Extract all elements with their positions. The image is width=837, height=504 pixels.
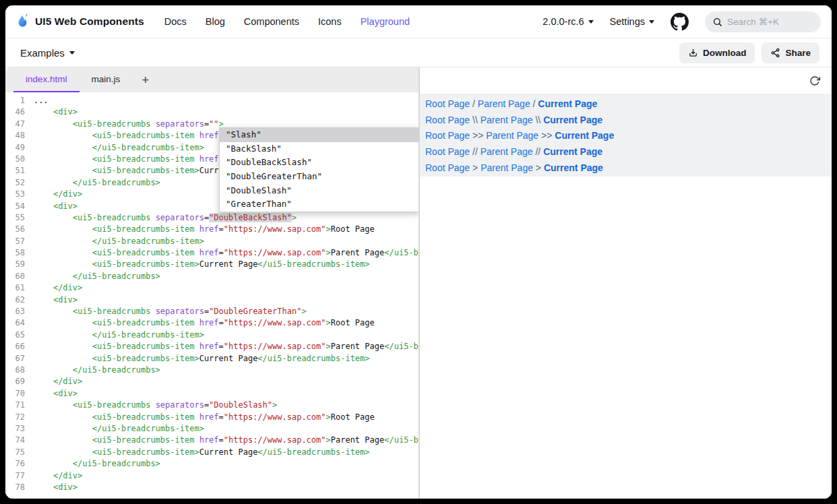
code-line[interactable]: 55 <ui5-breadcrumbs separators="DoubleBa… [5,212,418,224]
code-text: <ui5-breadcrumbs-item href="https://www.… [34,224,375,235]
examples-menu[interactable]: Examples [20,47,75,59]
breadcrumb-link[interactable]: Parent Page [486,130,538,141]
code-text: <ui5-breadcrumbs-item>Current Page</ui5-… [34,353,370,365]
breadcrumb-separator: / [530,98,538,109]
autocomplete-option[interactable]: "Slash" [220,128,418,142]
breadcrumb-link[interactable]: Parent Page [478,98,530,109]
code-text: </ui5-breadcrumbs-item> [34,423,204,435]
code-line[interactable]: 70 <div> [5,388,418,400]
breadcrumb-link[interactable]: Root Page [425,162,470,173]
code-line[interactable]: 58 <ui5-breadcrumbs-item href="https://w… [5,247,418,259]
autocomplete-option[interactable]: "DoubleBackSlash" [220,156,418,170]
nav-link-icons[interactable]: Icons [318,16,342,27]
line-number: 52 [5,177,34,189]
code-line[interactable]: 74 <ui5-breadcrumbs-item href="https://w… [5,435,418,446]
autocomplete-option[interactable]: "BackSlash" [220,142,418,156]
search-icon [712,17,722,27]
line-number: 49 [5,142,34,154]
code-line[interactable]: 75 <ui5-breadcrumbs-item>Current Page</u… [5,447,418,458]
breadcrumb-separator: > [533,162,544,173]
code-line[interactable]: 78 <div> [5,482,418,493]
editor-pane: index.html main.js + "Slash""BackSlash""… [5,67,418,499]
nav-link-playground[interactable]: Playground [361,16,410,27]
github-link[interactable] [671,13,689,31]
code-text: </ui5-breadcrumbs> [34,458,160,470]
breadcrumb-link[interactable]: Parent Page [480,115,533,125]
code-line[interactable]: 72 <ui5-breadcrumbs-item href="https://w… [5,412,418,423]
add-tab-button[interactable]: + [132,67,158,92]
share-button[interactable]: Share [762,42,819,63]
search-box[interactable] [705,11,821,32]
nav-link-blog[interactable]: Blog [206,16,225,27]
code-text: </div> [34,282,82,294]
autocomplete-option[interactable]: "DoubleGreaterThan" [220,170,418,184]
breadcrumb-link[interactable]: Root Page [425,130,470,141]
nav-link-components[interactable]: Components [244,16,299,27]
nav-link-docs[interactable]: Docs [164,16,187,27]
breadcrumb-link[interactable]: Root Page [425,146,470,157]
tab-main-js[interactable]: main.js [80,67,133,92]
code-text: <ui5-breadcrumbs separators="DoubleGreat… [34,306,307,317]
autocomplete-option[interactable]: "DoubleSlash" [220,184,418,198]
breadcrumb-separator: >> [470,130,486,141]
line-number: 72 [5,412,34,423]
preview-topbar [420,67,832,94]
share-label: Share [785,48,811,58]
code-line[interactable]: 61 </div> [5,282,418,294]
line-number: 1 [5,95,34,106]
breadcrumb-link[interactable]: Root Page [425,98,470,109]
breadcrumb-separator: // [470,146,480,157]
github-icon [671,13,689,31]
code-line[interactable]: 68 </ui5-breadcrumbs> [5,365,418,376]
search-input[interactable] [727,17,808,27]
code-line[interactable]: 73 </ui5-breadcrumbs-item> [5,423,418,435]
line-number: 76 [5,458,34,470]
code-line[interactable]: 63 <ui5-breadcrumbs separators="DoubleGr… [5,306,418,317]
version-menu[interactable]: 2.0.0-rc.6 [542,16,593,27]
autocomplete-option[interactable]: "GreaterThan" [220,197,418,212]
breadcrumbs-row: Root Page > Parent Page > Current Page [425,160,832,176]
refresh-icon [809,75,820,86]
code-line[interactable]: 77 </div> [5,470,418,482]
code-line[interactable]: 71 <ui5-breadcrumbs separators="DoubleSl… [5,400,418,411]
download-button[interactable]: Download [679,42,755,63]
code-line[interactable]: 57 </ui5-breadcrumbs-item> [5,236,418,247]
code-line[interactable]: 69 </div> [5,376,418,387]
code-line[interactable]: 66 <ui5-breadcrumbs-item href="https://w… [5,341,418,352]
line-number: 71 [5,400,34,411]
code-line[interactable]: 65 </ui5-breadcrumbs-item> [5,329,418,341]
chevron-down-icon [69,51,75,55]
code-line[interactable]: 46 <div> [5,106,418,118]
line-number: 58 [5,247,34,259]
code-line[interactable]: 76 </ui5-breadcrumbs> [5,458,418,470]
line-number: 70 [5,388,34,400]
line-number: 66 [5,341,34,352]
chevron-down-icon [588,20,594,24]
line-number: 54 [5,201,34,212]
line-number: 55 [5,212,34,224]
code-line[interactable]: 60 </ui5-breadcrumbs> [5,271,418,282]
breadcrumb-link[interactable]: Root Page [425,115,470,125]
code-editor[interactable]: "Slash""BackSlash""DoubleBackSlash""Doub… [5,92,418,499]
tab-index-html[interactable]: index.html [13,67,80,92]
code-line[interactable]: 64 <ui5-breadcrumbs-item href="https://w… [5,317,418,329]
code-line[interactable]: 62 <div> [5,294,418,306]
breadcrumb-link[interactable]: Parent Page [480,146,533,157]
breadcrumb-current-page: Current Page [538,98,597,109]
line-number: 74 [5,435,34,446]
code-line[interactable]: 1... [5,95,418,106]
line-number: 73 [5,423,34,435]
line-number: 57 [5,236,34,247]
code-line[interactable]: 59 <ui5-breadcrumbs-item>Current Page</u… [5,259,418,270]
refresh-button[interactable] [809,75,820,86]
download-icon [688,48,698,58]
code-text: <ui5-breadcrumbs-item href="https://www.… [34,412,375,423]
code-line[interactable]: 67 <ui5-breadcrumbs-item>Current Page</u… [5,353,418,365]
line-number: 67 [5,353,34,365]
settings-menu[interactable]: Settings [610,16,654,27]
breadcrumb-link[interactable]: Parent Page [480,162,533,173]
code-line[interactable]: 56 <ui5-breadcrumbs-item href="https://w… [5,224,418,235]
line-number: 53 [5,189,34,200]
flame-icon [15,13,30,30]
brand[interactable]: UI5 Web Components [15,13,144,30]
